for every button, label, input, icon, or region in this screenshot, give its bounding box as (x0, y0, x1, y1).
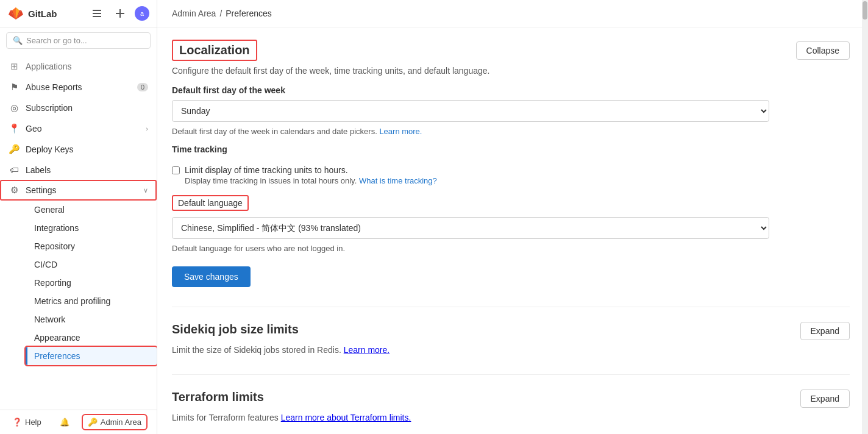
sub-nav-repository[interactable]: Repository (26, 237, 157, 255)
svg-rect-7 (93, 16, 101, 17)
week-field-label: Default first day of the week (172, 85, 850, 95)
time-tracking-label: Time tracking (172, 144, 850, 154)
sidebar-item-geo[interactable]: 📍 Geo › (0, 118, 157, 139)
svg-rect-5 (93, 10, 101, 11)
time-tracking-checkbox-group: Limit display of time tracking units to … (172, 159, 850, 191)
help-button[interactable]: ❓ Help (7, 415, 46, 429)
sidekiq-section: Sidekiq job size limits Expand Limit the… (172, 322, 850, 355)
admin-area-button[interactable]: 🔑 Admin Area (83, 415, 146, 429)
sidebar-item-deploy-keys[interactable]: 🔑 Deploy Keys (0, 139, 157, 160)
sidebar-item-subscription[interactable]: ◎ Subscription (0, 98, 157, 118)
settings-icon: ⚙ (9, 185, 20, 196)
sidebar-item-labels[interactable]: 🏷 Labels (0, 160, 157, 180)
svg-rect-6 (93, 13, 101, 14)
search-placeholder: Search or go to... (26, 36, 87, 45)
sub-nav-appearance[interactable]: Appearance (26, 329, 157, 347)
localization-collapse-btn[interactable]: Collapse (796, 41, 850, 60)
sidebar-item-applications[interactable]: ⊞ Applications (0, 56, 157, 77)
time-tracking-checkbox-sub: Display time tracking in issues in total… (185, 176, 437, 185)
snooze-icon: 🔔 (60, 418, 69, 427)
language-help-text: Default language for users who are not l… (172, 244, 850, 253)
breadcrumb-current: Preferences (226, 9, 271, 18)
help-label: Help (25, 418, 41, 427)
abuse-reports-icon: ⚑ (9, 82, 20, 93)
logo-area[interactable]: GitLab (7, 5, 57, 22)
sidekiq-expand-btn[interactable]: Expand (800, 322, 850, 340)
localization-description: Configure the default first day of the w… (172, 66, 850, 76)
sidekiq-header: Sidekiq job size limits Expand (172, 322, 850, 340)
week-learn-more-link[interactable]: Learn more. (379, 127, 422, 136)
sub-nav-integrations[interactable]: Integrations (26, 219, 157, 237)
main-content: Admin Area / Preferences Localization Co… (157, 0, 868, 434)
applications-icon: ⊞ (9, 61, 20, 72)
time-tracking-checkbox-content: Limit display of time tracking units to … (185, 165, 437, 185)
terraform-header: Terraform limits Expand (172, 390, 850, 408)
sidekiq-description: Limit the size of Sidekiq jobs stored in… (172, 345, 850, 355)
localization-section: Localization Collapse Configure the defa… (172, 40, 850, 287)
sidebar-item-label: Subscription (26, 103, 73, 113)
terraform-expand-btn[interactable]: Expand (800, 390, 850, 408)
breadcrumb-parent[interactable]: Admin Area (172, 9, 216, 18)
admin-area-icon: 🔑 (88, 418, 98, 427)
sidebar-item-label: Abuse Reports (26, 82, 82, 92)
divider-2 (172, 374, 850, 375)
sidebar: GitLab a 🔍 Search or go to... ⊞ Applicat… (0, 0, 157, 434)
sidebar-toggle-btn[interactable] (88, 5, 105, 22)
labels-icon: 🏷 (9, 165, 20, 175)
terraform-section: Terraform limits Expand Limits for Terra… (172, 390, 850, 422)
sub-nav-reporting[interactable]: Reporting (26, 274, 157, 292)
sub-nav-network[interactable]: Network (26, 310, 157, 329)
sidebar-bottom: ❓ Help 🔔 🔑 Admin Area (0, 410, 157, 434)
content-area: Localization Collapse Configure the defa… (157, 27, 864, 434)
sidekiq-learn-more-link[interactable]: Learn more. (344, 345, 390, 355)
sidebar-item-abuse-reports[interactable]: ⚑ Abuse Reports 0 (0, 77, 157, 98)
chevron-right-icon: › (146, 125, 148, 132)
scrollbar-thumb (863, 1, 867, 20)
sidebar-item-settings[interactable]: ⚙ Settings ∨ (0, 180, 157, 201)
sidebar-item-label: Applications (26, 62, 72, 71)
gitlab-logo (7, 5, 24, 22)
sub-nav-metrics-profiling[interactable]: Metrics and profiling (26, 292, 157, 310)
search-icon: 🔍 (13, 36, 23, 45)
deploy-keys-icon: 🔑 (9, 144, 20, 155)
breadcrumb-separator: / (219, 9, 222, 18)
language-field-label-box: Default language (172, 195, 249, 211)
terraform-learn-more-link[interactable]: Learn more about Terraform limits. (281, 413, 411, 422)
settings-chevron-icon: ∨ (143, 187, 148, 194)
geo-icon: 📍 (9, 123, 20, 134)
top-icons: a (88, 5, 149, 22)
sidekiq-title: Sidekiq job size limits (172, 322, 299, 336)
logo-text: GitLab (28, 9, 57, 19)
new-item-btn[interactable] (112, 5, 129, 22)
language-field-label: Default language (178, 198, 243, 208)
week-help-text: Default first day of the week in calenda… (172, 127, 850, 136)
week-select[interactable]: Sunday Monday Saturday (172, 100, 769, 122)
sub-nav-cicd[interactable]: CI/CD (26, 255, 157, 274)
sidebar-item-label: Geo (26, 124, 41, 133)
sub-nav-general[interactable]: General (26, 201, 157, 219)
sidebar-header: GitLab a (0, 0, 157, 27)
breadcrumb: Admin Area / Preferences (157, 0, 868, 27)
scrollbar[interactable] (862, 0, 868, 434)
sidebar-nav: ⊞ Applications ⚑ Abuse Reports 0 ◎ Subsc… (0, 54, 157, 410)
settings-sub-nav: General Integrations Repository CI/CD Re… (0, 201, 157, 365)
sidebar-item-label: Settings (26, 185, 57, 195)
time-tracking-link[interactable]: What is time tracking? (359, 176, 437, 185)
sidebar-item-label: Labels (26, 165, 51, 175)
search-bar[interactable]: 🔍 Search or go to... (6, 32, 151, 49)
divider-1 (172, 307, 850, 307)
help-icon: ❓ (12, 418, 22, 427)
localization-title: Localization (172, 40, 257, 61)
admin-area-label: Admin Area (101, 418, 141, 427)
snooze-button[interactable]: 🔔 (55, 415, 74, 429)
week-select-wrapper: Sunday Monday Saturday (172, 100, 769, 122)
abuse-reports-badge: 0 (137, 83, 148, 91)
time-tracking-checkbox[interactable] (172, 166, 180, 174)
sidebar-item-label: Deploy Keys (26, 144, 74, 154)
save-changes-button[interactable]: Save changes (172, 266, 251, 287)
language-select-wrapper: Chinese, Simplified - 简体中文 (93% translat… (172, 217, 769, 239)
language-select[interactable]: Chinese, Simplified - 简体中文 (93% translat… (172, 217, 769, 239)
svg-rect-9 (116, 13, 124, 14)
user-avatar[interactable]: a (135, 6, 149, 21)
sub-nav-preferences[interactable]: Preferences (26, 347, 157, 365)
